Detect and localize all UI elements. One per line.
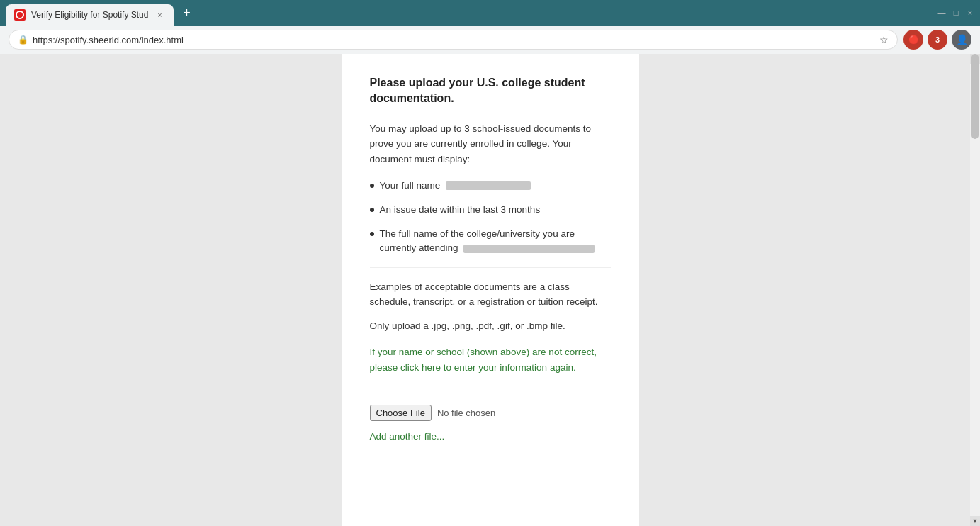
- bullet-dot: [370, 184, 374, 188]
- active-tab[interactable]: Verify Eligibility for Spotify Stud ×: [6, 4, 174, 26]
- window-controls: — □ ×: [937, 9, 974, 17]
- list-item-text: Your full name: [380, 179, 531, 193]
- file-types-text: Only upload a .jpg, .png, .pdf, .gif, or…: [370, 318, 611, 334]
- bullet-dot: [370, 232, 374, 236]
- correction-link[interactable]: If your name or school (shown above) are…: [370, 345, 611, 375]
- title-bar: Verify Eligibility for Spotify Stud × + …: [0, 0, 980, 26]
- new-tab-button[interactable]: +: [176, 3, 196, 23]
- list-item: The full name of the college/university …: [370, 227, 611, 256]
- toolbar-icons: 🔴 3 👤: [903, 30, 971, 50]
- examples-text: Examples of acceptable documents are a c…: [370, 279, 611, 310]
- profile-icon[interactable]: 👤: [952, 30, 971, 50]
- scrollbar-track[interactable]: ▲ ▼: [970, 54, 980, 526]
- scrollbar-thumb[interactable]: [971, 54, 979, 139]
- scrollbar-down-arrow[interactable]: ▼: [970, 516, 980, 526]
- content-card: Please upload your U.S. college student …: [342, 54, 639, 526]
- page-heading: Please upload your U.S. college student …: [370, 75, 611, 107]
- bullet-dot: [370, 208, 374, 212]
- list-item: An issue date within the last 3 months: [370, 203, 611, 217]
- file-upload-row: Choose File No file chosen: [370, 405, 611, 421]
- tab-title: Verify Eligibility for Spotify Stud: [31, 10, 148, 20]
- page-content: Please upload your U.S. college student …: [0, 54, 980, 526]
- minimize-button[interactable]: —: [937, 9, 946, 17]
- description-text: You may upload up to 3 school-issued doc…: [370, 121, 611, 167]
- list-item: Your full name: [370, 179, 611, 193]
- bookmark-icon[interactable]: ☆: [879, 34, 889, 45]
- maximize-button[interactable]: □: [952, 9, 960, 17]
- main-area: Please upload your U.S. college student …: [0, 54, 980, 526]
- no-file-text: No file chosen: [437, 408, 495, 418]
- divider: [370, 267, 611, 268]
- tab-favicon: [14, 9, 26, 21]
- browser-window: Verify Eligibility for Spotify Stud × + …: [0, 0, 980, 526]
- list-item-text: The full name of the college/university …: [380, 227, 611, 256]
- redacted-name: [446, 181, 531, 190]
- redacted-school: [463, 245, 595, 253]
- address-bar[interactable]: 🔒 https://spotify.sheerid.com/index.html…: [9, 30, 898, 50]
- url-text: https://spotify.sheerid.com/index.html: [33, 35, 875, 45]
- extension-icon-2[interactable]: 3: [928, 30, 947, 50]
- tab-group: Verify Eligibility for Spotify Stud × +: [6, 0, 935, 26]
- add-another-link[interactable]: Add another file...: [370, 431, 611, 442]
- tab-close-button[interactable]: ×: [154, 9, 165, 21]
- lock-icon: 🔒: [18, 35, 28, 45]
- window-close-button[interactable]: ×: [966, 9, 974, 17]
- extension-icon-1[interactable]: 🔴: [903, 30, 923, 50]
- address-bar-row: 🔒 https://spotify.sheerid.com/index.html…: [0, 26, 980, 54]
- choose-file-button[interactable]: Choose File: [370, 405, 432, 421]
- list-item-text: An issue date within the last 3 months: [380, 203, 541, 217]
- divider-2: [370, 393, 611, 393]
- requirements-list: Your full name An issue date within the …: [370, 179, 611, 256]
